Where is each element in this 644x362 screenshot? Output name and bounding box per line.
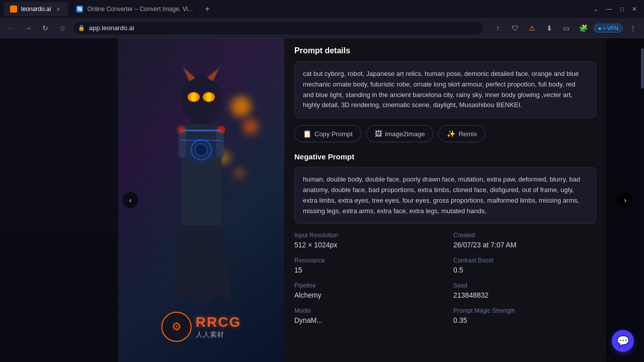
- meta-seed-value: 213848832: [453, 291, 596, 299]
- meta-created-label: Created: [453, 232, 596, 239]
- figure-container: [118, 38, 284, 362]
- sidebar-toggle[interactable]: ▭: [559, 21, 574, 35]
- meta-contrast-boost-label: Contrast Boost: [453, 257, 596, 264]
- download-button[interactable]: ⬇: [542, 21, 556, 35]
- forward-button[interactable]: →: [21, 21, 35, 35]
- browser-chrome: leonardo.ai ✕ 🔄 Online Converter – Conve…: [0, 0, 644, 38]
- meta-prompt-magic-label: Prompt Magic Strength: [453, 307, 596, 314]
- meta-seed-label: Seed: [453, 282, 596, 289]
- vpn-dot: ●: [598, 25, 602, 31]
- tab-1[interactable]: leonardo.ai ✕: [4, 2, 68, 16]
- tab-2-label: Online Converter – Convert Image, Vi...: [87, 6, 193, 13]
- lock-icon: 🔒: [78, 25, 85, 31]
- close-window-button[interactable]: ✕: [629, 5, 640, 14]
- remix-label: Remix: [458, 130, 477, 138]
- meta-resonance-value: 15: [294, 266, 437, 274]
- shield-button[interactable]: 🛡: [508, 21, 522, 35]
- meta-model: Model DynaM...: [294, 307, 437, 324]
- svg-point-18: [186, 135, 216, 165]
- action-buttons: 📋 Copy Prompt 🖼 Image2Image ✨ Remix: [294, 125, 596, 142]
- meta-resonance: Resonance 15: [294, 257, 437, 274]
- prompt-details-title: Prompt details: [294, 46, 596, 55]
- left-arrow-icon: ‹: [129, 196, 132, 204]
- meta-prompt-magic-value: 0.35: [453, 316, 596, 324]
- image2image-label: Image2Image: [385, 130, 425, 138]
- refresh-button[interactable]: ↻: [38, 21, 52, 35]
- meta-resonance-label: Resonance: [294, 257, 437, 264]
- back-button[interactable]: ←: [4, 21, 18, 35]
- right-arrow-icon: ›: [624, 196, 626, 204]
- far-right-area: ›: [606, 38, 644, 362]
- left-sidebar: [0, 38, 118, 362]
- browser-toolbar: ← → ↻ ☆ 🔒 app.leonardo.ai ↑ 🛡 ⚠ ⬇ ▭ 🧩 ● …: [0, 18, 644, 38]
- meta-input-resolution-label: Input Resolution: [294, 232, 437, 239]
- svg-point-17: [217, 126, 225, 134]
- address-text: app.leonardo.ai: [89, 24, 134, 32]
- new-tab-button[interactable]: +: [201, 3, 214, 16]
- meta-model-value: DynaM...: [294, 316, 437, 324]
- nav-arrow-right[interactable]: ›: [617, 192, 633, 208]
- vpn-badge[interactable]: ● • VPN: [594, 24, 623, 33]
- tab-controls: ⌄ — □ ✕: [590, 5, 640, 14]
- meta-prompt-magic: Prompt Magic Strength 0.35: [453, 307, 596, 324]
- copy-prompt-label: Copy Prompt: [314, 130, 353, 138]
- image-area: ⚙ RRCG 人人素材 ‹: [118, 38, 284, 362]
- svg-rect-14: [181, 130, 221, 131]
- nav-arrow-left[interactable]: ‹: [122, 192, 138, 208]
- tab-list-button[interactable]: ⌄: [590, 5, 601, 14]
- extensions-button[interactable]: 🧩: [577, 21, 591, 35]
- meta-input-resolution-value: 512 × 1024px: [294, 241, 437, 249]
- minimize-button[interactable]: —: [603, 5, 615, 14]
- svg-point-0: [181, 74, 221, 125]
- chat-icon: 💬: [617, 335, 629, 347]
- meta-pipeline-label: Pipeline: [294, 282, 437, 289]
- meta-pipeline: Pipeline Alchemy: [294, 282, 437, 299]
- page-content: ⚙ RRCG 人人素材 ‹ Prompt details cat but cyb…: [0, 38, 644, 362]
- tab-1-close[interactable]: ✕: [55, 6, 62, 13]
- meta-model-label: Model: [294, 307, 437, 314]
- copy-icon: 📋: [303, 130, 311, 138]
- right-panel: Prompt details cat but cyborg, robot, Ja…: [284, 38, 606, 362]
- menu-button[interactable]: ⋮: [626, 21, 640, 35]
- tab-2-favicon: 🔄: [76, 6, 83, 13]
- meta-contrast-boost-value: 0.5: [453, 266, 596, 274]
- share-button[interactable]: ↑: [491, 21, 505, 35]
- vpn-label: • VPN: [603, 25, 618, 31]
- maximize-button[interactable]: □: [617, 5, 627, 14]
- image2image-button[interactable]: 🖼 Image2Image: [366, 125, 434, 142]
- meta-input-resolution: Input Resolution 512 × 1024px: [294, 232, 437, 249]
- copy-prompt-button[interactable]: 📋 Copy Prompt: [294, 125, 361, 142]
- meta-created-value: 26/07/23 at 7:07 AM: [453, 241, 596, 249]
- bookmark-button[interactable]: ☆: [55, 21, 69, 35]
- tab-1-label: leonardo.ai: [21, 6, 51, 13]
- image-background: ⚙ RRCG 人人素材: [118, 38, 284, 362]
- remix-icon: ✨: [447, 130, 455, 138]
- prompt-text-box: cat but cyborg, robot, Japanese art reli…: [294, 61, 596, 118]
- chat-button[interactable]: 💬: [612, 330, 634, 352]
- scrollbar-thumb[interactable]: [641, 48, 644, 88]
- meta-pipeline-value: Alchemy: [294, 291, 437, 299]
- metadata-grid: Input Resolution 512 × 1024px Created 26…: [294, 232, 596, 324]
- alert-button[interactable]: ⚠: [525, 21, 539, 35]
- svg-point-7: [191, 93, 197, 101]
- negative-prompt-title: Negative Prompt: [294, 152, 596, 161]
- negative-prompt-text-box: human, double body, double face, poorly …: [294, 167, 596, 224]
- meta-created: Created 26/07/23 at 7:07 AM: [453, 232, 596, 249]
- address-bar[interactable]: 🔒 app.leonardo.ai: [72, 21, 484, 35]
- meta-contrast-boost: Contrast Boost 0.5: [453, 257, 596, 274]
- tab-bar: leonardo.ai ✕ 🔄 Online Converter – Conve…: [0, 0, 644, 18]
- scrollbar-track: [641, 38, 644, 362]
- remix-button[interactable]: ✨ Remix: [438, 125, 486, 142]
- tab-1-favicon: [10, 6, 17, 13]
- meta-seed: Seed 213848832: [453, 282, 596, 299]
- tab-2[interactable]: 🔄 Online Converter – Convert Image, Vi..…: [70, 2, 199, 16]
- svg-point-8: [206, 93, 212, 101]
- image2image-icon: 🖼: [375, 130, 382, 138]
- svg-point-16: [177, 126, 185, 134]
- toolbar-right: ↑ 🛡 ⚠ ⬇ ▭ 🧩 ● • VPN ⋮: [491, 21, 640, 35]
- character-figure: [141, 49, 262, 351]
